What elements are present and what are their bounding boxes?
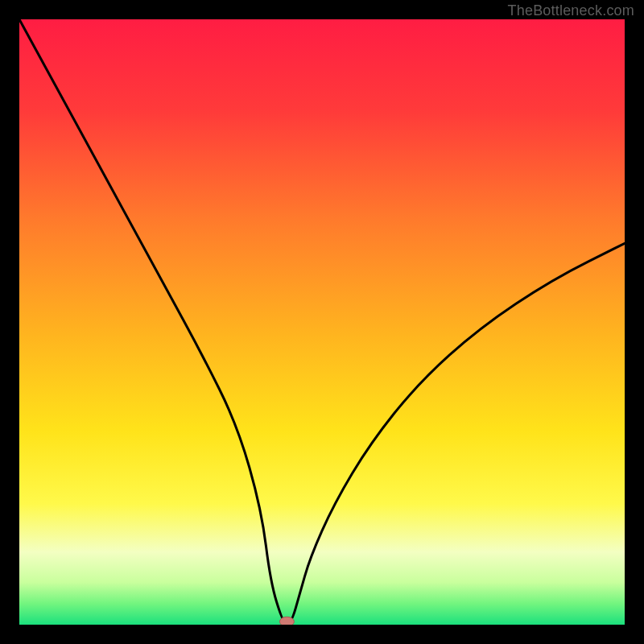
minimum-marker <box>279 617 294 625</box>
gradient-background <box>19 19 625 625</box>
plot-area <box>19 19 625 625</box>
watermark-text: TheBottleneck.com <box>508 2 634 19</box>
chart-svg <box>19 19 625 625</box>
outer-frame: TheBottleneck.com <box>0 0 644 644</box>
